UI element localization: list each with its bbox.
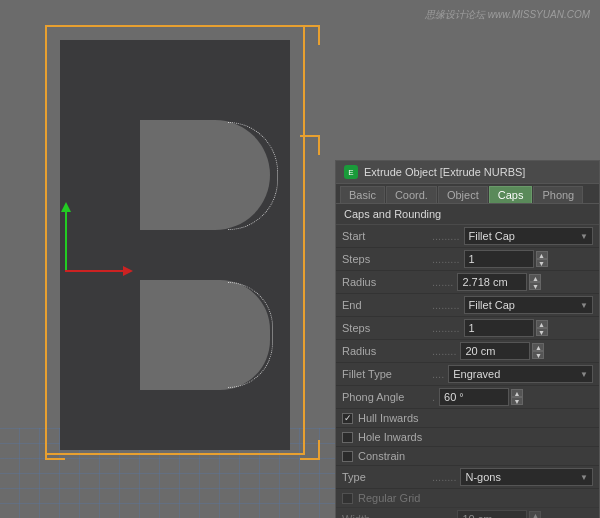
steps-down-2[interactable]: ▼	[536, 328, 548, 336]
end-value-container: Fillet Cap ▼	[464, 296, 593, 314]
radius-up-1[interactable]: ▲	[529, 274, 541, 282]
start-row: Start ......... Fillet Cap ▼	[336, 225, 599, 248]
phong-angle-field[interactable]: 60 °	[439, 388, 509, 406]
steps-label-1: Steps	[342, 253, 432, 265]
steps-field-2[interactable]: 1	[464, 319, 534, 337]
radius-up-2[interactable]: ▲	[532, 343, 544, 351]
start-value-container: Fillet Cap ▼	[464, 227, 593, 245]
radius-label-2: Radius	[342, 345, 432, 357]
start-label: Start	[342, 230, 432, 242]
steps-value-1: 1	[469, 253, 475, 265]
type-value-container: N-gons ▼	[460, 468, 593, 486]
radius-row-2: Radius ........ 20 cm ▲ ▼	[336, 340, 599, 363]
regular-grid-checkbox[interactable]	[342, 493, 353, 504]
steps-down-1[interactable]: ▼	[536, 259, 548, 267]
phong-angle-label: Phong Angle	[342, 391, 432, 403]
radius-row-1: Radius ....... 2.718 cm ▲ ▼	[336, 271, 599, 294]
wireframe-bottom	[228, 282, 273, 388]
radius-down-2[interactable]: ▼	[532, 351, 544, 359]
steps-up-2[interactable]: ▲	[536, 320, 548, 328]
hole-inwards-label: Hole Inwards	[358, 431, 422, 443]
phong-angle-stepper: ▲ ▼	[511, 389, 523, 405]
steps-stepper-2: ▲ ▼	[536, 320, 548, 336]
regular-grid-row: Regular Grid	[336, 489, 599, 508]
start-dropdown-arrow: ▼	[580, 232, 588, 241]
width-label: Width	[342, 513, 432, 518]
constrain-row: Constrain	[336, 447, 599, 466]
fillet-type-row: Fillet Type .... Engraved ▼	[336, 363, 599, 386]
type-dropdown-arrow: ▼	[580, 473, 588, 482]
panel-icon-label: E	[348, 168, 353, 177]
tab-object[interactable]: Object	[438, 186, 488, 203]
steps-value-container-2: 1 ▲ ▼	[464, 319, 593, 337]
width-value-container: 10 cm ▲ ▼	[457, 510, 593, 518]
width-value: 10 cm	[462, 513, 492, 518]
steps-stepper-1: ▲ ▼	[536, 251, 548, 267]
tab-phong[interactable]: Phong	[533, 186, 583, 203]
phong-angle-row: Phong Angle . 60 ° ▲ ▼	[336, 386, 599, 409]
type-dropdown[interactable]: N-gons ▼	[460, 468, 593, 486]
section-title: Caps and Rounding	[336, 204, 599, 225]
y-axis-arrow	[65, 210, 67, 270]
corner-br	[300, 440, 320, 460]
type-dots: ........	[432, 471, 456, 483]
fillet-type-dots: ....	[432, 368, 444, 380]
steps-up-1[interactable]: ▲	[536, 251, 548, 259]
steps-dots-2: .........	[432, 322, 460, 334]
radius-value-2: 20 cm	[465, 345, 495, 357]
width-row: Width ....... 10 cm ▲ ▼	[336, 508, 599, 518]
radius-stepper-1: ▲ ▼	[529, 274, 541, 290]
hole-inwards-checkbox[interactable]	[342, 432, 353, 443]
start-dropdown[interactable]: Fillet Cap ▼	[464, 227, 593, 245]
steps-value-container-1: 1 ▲ ▼	[464, 250, 593, 268]
radius-value-container-2: 20 cm ▲ ▼	[460, 342, 593, 360]
fillet-type-arrow: ▼	[580, 370, 588, 379]
panel-title-bar: E Extrude Object [Extrude NURBS]	[336, 161, 599, 184]
phong-angle-down[interactable]: ▼	[511, 397, 523, 405]
panel-tabs: Basic Coord. Object Caps Phong	[336, 184, 599, 204]
tab-basic[interactable]: Basic	[340, 186, 385, 203]
phong-angle-dots: .	[432, 391, 435, 403]
steps-row-2: Steps ......... 1 ▲ ▼	[336, 317, 599, 340]
radius-field-1[interactable]: 2.718 cm	[457, 273, 527, 291]
end-dropdown-value: Fillet Cap	[469, 299, 515, 311]
end-label: End	[342, 299, 432, 311]
steps-value-2: 1	[469, 322, 475, 334]
fillet-type-label: Fillet Type	[342, 368, 432, 380]
end-dots: .........	[432, 299, 460, 311]
type-row: Type ........ N-gons ▼	[336, 466, 599, 489]
constrain-checkbox[interactable]	[342, 451, 353, 462]
watermark: 思缘设计论坛 www.MISSYUAN.COM	[425, 8, 590, 22]
start-dropdown-value: Fillet Cap	[469, 230, 515, 242]
fillet-type-value: Engraved	[453, 368, 500, 380]
hull-inwards-checkbox[interactable]	[342, 413, 353, 424]
x-axis-arrow	[65, 270, 125, 272]
constrain-label: Constrain	[358, 450, 405, 462]
fillet-type-dropdown[interactable]: Engraved ▼	[448, 365, 593, 383]
regular-grid-label: Regular Grid	[358, 492, 420, 504]
hole-inwards-row: Hole Inwards	[336, 428, 599, 447]
phong-angle-up[interactable]: ▲	[511, 389, 523, 397]
tab-coord[interactable]: Coord.	[386, 186, 437, 203]
phong-angle-value-container: 60 ° ▲ ▼	[439, 388, 593, 406]
radius-down-1[interactable]: ▼	[529, 282, 541, 290]
radius-value-container-1: 2.718 cm ▲ ▼	[457, 273, 593, 291]
fillet-type-value-container: Engraved ▼	[448, 365, 593, 383]
end-dropdown-arrow: ▼	[580, 301, 588, 310]
steps-dots-1: .........	[432, 253, 460, 265]
wireframe-top	[228, 122, 278, 230]
letter-e-container	[30, 20, 320, 460]
tab-caps[interactable]: Caps	[489, 186, 533, 203]
type-label: Type	[342, 471, 432, 483]
end-dropdown[interactable]: Fillet Cap ▼	[464, 296, 593, 314]
width-field[interactable]: 10 cm	[457, 510, 527, 518]
hull-inwards-row: Hull Inwards	[336, 409, 599, 428]
width-up[interactable]: ▲	[529, 511, 541, 518]
radius-label-1: Radius	[342, 276, 432, 288]
radius-stepper-2: ▲ ▼	[532, 343, 544, 359]
steps-field-1[interactable]: 1	[464, 250, 534, 268]
radius-field-2[interactable]: 20 cm	[460, 342, 530, 360]
panel-icon: E	[344, 165, 358, 179]
phong-angle-value: 60 °	[444, 391, 464, 403]
radius-dots-2: ........	[432, 345, 456, 357]
